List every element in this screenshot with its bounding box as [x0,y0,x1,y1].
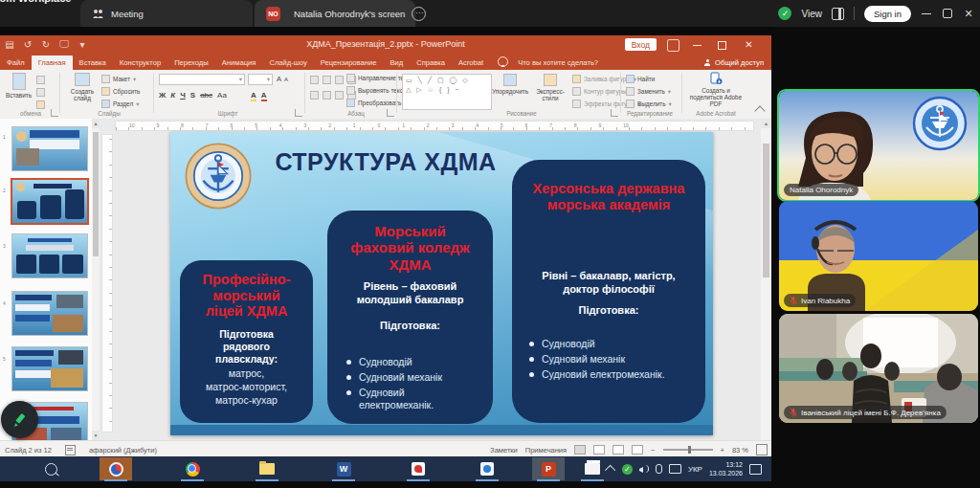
highlight-color-button[interactable]: А [251,91,256,101]
tell-me-box[interactable]: Что вы хотите сделать? [511,55,605,70]
arrange-button[interactable]: Упорядочить [490,74,530,95]
tab-animations[interactable]: Анимация [215,55,263,70]
taskbar-app-blue[interactable] [477,459,498,478]
zoom-in-button[interactable]: + [721,446,724,455]
participant-tile-ivan[interactable]: Ivan Riabukha [779,201,978,311]
scrollbar-thumb[interactable] [763,144,769,277]
section-button[interactable]: Раздел▾ [101,100,139,108]
tab-acrobat[interactable]: Acrobat [452,55,490,70]
character-spacing-button[interactable]: Аа [217,91,227,100]
align-center-icon[interactable] [323,91,331,100]
scroll-up-icon[interactable]: ▲ [92,119,100,128]
create-pdf-button[interactable]: Создать и поделиться Adobe PDF [685,72,746,107]
ppt-close-button[interactable]: ✕ [744,39,754,50]
font-name-combo[interactable]: ▾ [159,74,245,85]
tab-meeting[interactable]: Meeting [80,0,253,27]
font-dialog-launcher[interactable] [295,109,302,117]
clock[interactable]: 13:12 13.03.2026 [709,460,743,477]
grow-shrink-font[interactable]: АА [277,75,288,83]
clipboard-dialog-launcher[interactable] [51,109,58,117]
scrollbar-thumb[interactable] [93,132,99,256]
paragraph-dialog-launcher[interactable] [387,109,394,117]
comments-button[interactable]: Примечания [525,446,567,455]
fit-to-window-icon[interactable] [756,444,768,455]
taskbar-search-button[interactable] [40,459,61,478]
tab-insert[interactable]: Вставка [73,55,113,70]
format-painter-button[interactable] [36,100,45,109]
zoom-level[interactable]: 83 % [732,446,748,455]
slide-thumbnail-5[interactable] [11,346,88,391]
cut-button[interactable] [36,76,45,84]
reset-button[interactable]: Сбросить [101,87,140,96]
tab-file[interactable]: Файл [0,55,32,70]
slide-thumbnail-2-selected[interactable] [11,178,89,225]
editor-scrollbar[interactable]: ▲ [761,119,771,440]
tray-expand-icon[interactable] [605,465,615,476]
tab-view[interactable]: Вид [383,55,410,70]
language-switcher[interactable]: УКР [688,465,702,474]
numbering-icon[interactable] [323,76,331,84]
slide-thumbnail-3[interactable] [11,233,88,278]
strikethrough-button[interactable]: abc [200,91,212,100]
tab-shared-screen[interactable]: NO Natalia Ohorodnyk's screen ⋯ [255,0,415,27]
bold-button[interactable]: Ж [159,91,166,100]
scroll-down-icon[interactable]: ▼ [92,431,100,440]
antivirus-icon[interactable]: ✓ [622,464,633,475]
decrease-indent-icon[interactable] [335,76,344,84]
quick-styles-button[interactable]: Экспресс-стили [532,74,568,101]
participant-tile-natalia[interactable]: Natalia Ohorodnyk [777,89,980,202]
microphone-icon[interactable] [656,464,662,474]
share-button[interactable]: Общий доступ [704,58,764,67]
layout-icon[interactable] [832,8,844,20]
login-button[interactable]: Вход [625,38,657,51]
maximize-button[interactable] [942,8,953,19]
shape-outline-button[interactable]: Контур фигуры▾ [572,87,633,96]
annotation-tool-button[interactable] [1,401,38,438]
taskbar-movies-app[interactable] [582,459,603,478]
view-menu-label[interactable]: View [801,9,822,19]
tab-help[interactable]: Справка [410,55,452,70]
slide-canvas[interactable]: СТРУКТУРА ХДМА Професійно-морський ліцей… [170,132,713,435]
college-box[interactable]: Морський фаховий коледж ХДМА Рівень – фа… [327,211,493,424]
copy-button[interactable] [36,88,45,97]
tab-slideshow[interactable]: Слайд-шоу [262,55,313,70]
drawing-dialog-launcher[interactable] [611,109,618,117]
participant-tile-lyceum[interactable]: Іванівський ліцей імені Б.Ф. Дерев’янка [779,314,978,423]
scroll-up-icon[interactable]: ▲ [761,119,771,128]
tab-design[interactable]: Конструктор [113,55,167,70]
spellcheck-icon[interactable] [65,445,76,455]
font-color-button[interactable]: А [261,91,267,101]
paste-button[interactable]: Вставить [6,73,32,99]
thumbnail-scrollbar[interactable]: ▲ ▼ [92,119,100,440]
underline-button[interactable]: Ч [180,91,186,100]
shapes-gallery[interactable]: ▭ ╲ ╱ ▢ ◯ ◇ △ ▷ ☆ { } ~ [402,74,492,110]
slide-thumbnail-1[interactable] [11,126,88,171]
shrink-font-button[interactable]: А [284,77,288,82]
grow-font-button[interactable]: А [277,75,281,83]
taskbar-word[interactable]: W [333,459,354,478]
normal-view-button[interactable] [574,445,586,455]
align-right-icon[interactable] [335,91,344,100]
security-shield-icon[interactable]: ✓ [778,7,791,20]
volume-icon[interactable] [639,465,649,473]
minimize-button[interactable] [921,8,932,19]
taskbar-explorer[interactable] [256,459,278,478]
notes-button[interactable]: Заметки [490,446,518,455]
close-button[interactable]: ✕ [963,8,974,19]
tab-review[interactable]: Рецензирование [314,55,384,70]
font-size-combo[interactable]: ▾ [248,74,273,85]
academy-box[interactable]: Херсонська державна морська академія Рів… [512,160,705,423]
slideshow-view-button[interactable] [632,445,643,455]
taskbar-powerpoint-active[interactable]: P [532,457,565,480]
shadow-button[interactable]: S [190,91,195,100]
align-left-icon[interactable] [310,91,319,100]
slide-thumbnail-4[interactable] [11,291,88,336]
italic-button[interactable]: К [170,91,175,100]
ppt-restore-button[interactable] [717,39,727,50]
collapse-ribbon-icon[interactable] [754,105,765,116]
ribbon-display-options-icon[interactable] [667,39,679,52]
bullets-icon[interactable] [310,76,319,84]
more-options-icon[interactable]: ⋯ [412,7,426,21]
sign-in-button[interactable]: Sign in [864,6,911,22]
taskbar-app-red[interactable] [408,459,429,478]
